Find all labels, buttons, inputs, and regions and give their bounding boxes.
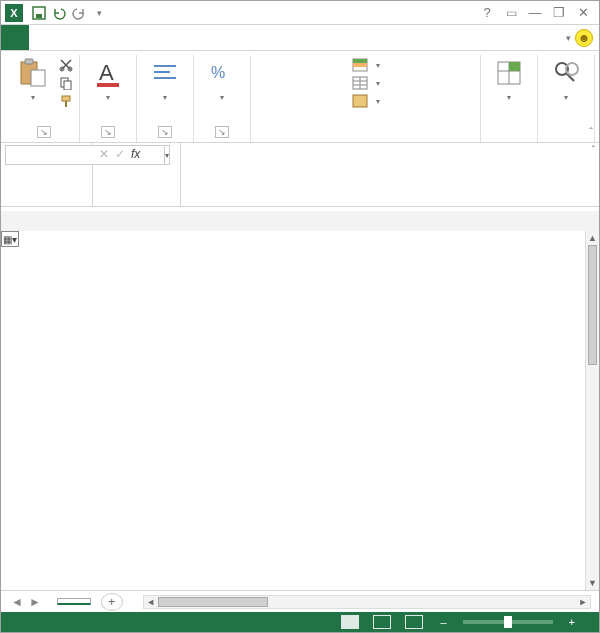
save-icon[interactable] — [29, 3, 49, 23]
cut-button[interactable] — [59, 57, 73, 73]
tab-file[interactable] — [1, 25, 29, 50]
group-number: % ▾ ↘ — [194, 55, 251, 142]
alignment-dialog-launcher[interactable]: ↘ — [158, 126, 172, 138]
feedback-icon[interactable]: ☻ — [575, 29, 593, 47]
svg-rect-4 — [31, 70, 45, 86]
zoom-in-button[interactable]: + — [565, 616, 579, 628]
group-editing: ▾ — [538, 55, 595, 142]
accept-formula-icon[interactable]: ✓ — [115, 147, 125, 161]
fx-icon[interactable]: fx — [131, 147, 140, 161]
format-painter-button[interactable] — [59, 93, 73, 109]
view-normal-icon[interactable] — [341, 615, 359, 629]
clipboard-dialog-launcher[interactable]: ↘ — [37, 126, 51, 138]
expand-formula-bar-icon[interactable]: ˆ — [592, 145, 595, 156]
title-bar: X ▾ ? ▭ — ❐ ✕ — [1, 1, 599, 25]
group-font: A ▾ ↘ — [80, 55, 137, 142]
sheet-nav-next-icon[interactable]: ► — [29, 595, 41, 609]
font-button[interactable]: A ▾ — [86, 55, 130, 104]
spreadsheet-grid: ▦▾ ▲ ▼ — [1, 211, 599, 590]
qat-customize-icon[interactable]: ▾ — [89, 3, 109, 23]
undo-icon[interactable] — [49, 3, 69, 23]
vertical-scrollbar[interactable]: ▲ ▼ — [585, 231, 599, 590]
paste-button[interactable]: ▾ — [11, 55, 55, 104]
svg-rect-28 — [509, 62, 520, 71]
autofill-options-icon[interactable]: ▦▾ — [1, 231, 19, 247]
svg-rect-18 — [353, 59, 367, 63]
svg-rect-12 — [97, 83, 119, 87]
vscroll-thumb[interactable] — [588, 245, 597, 365]
horizontal-scrollbar[interactable]: ◄ ► — [143, 595, 591, 609]
close-icon[interactable]: ✕ — [571, 3, 595, 23]
number-dialog-launcher[interactable]: ↘ — [215, 126, 229, 138]
conditional-formatting-button[interactable]: ▾ — [352, 57, 380, 73]
scroll-up-icon[interactable]: ▲ — [586, 231, 599, 245]
ribbon: ▾ ↘ A ▾ ↘ ▾ ↘ — [1, 51, 599, 143]
editing-button[interactable]: ▾ — [544, 55, 588, 104]
ribbon-tabs: ▾ ☻ — [1, 25, 599, 51]
formula-input[interactable]: ˆ — [181, 143, 599, 206]
svg-rect-8 — [64, 81, 71, 90]
hscroll-thumb[interactable] — [158, 597, 268, 607]
cancel-formula-icon[interactable]: ✕ — [99, 147, 109, 161]
sheet-tab-bar: ◄ ► + ◄ ► — [1, 590, 599, 612]
sheet-tab-sheet1[interactable] — [57, 598, 91, 605]
copy-button[interactable] — [59, 75, 73, 91]
zoom-slider[interactable] — [463, 620, 553, 624]
svg-rect-19 — [353, 63, 367, 67]
excel-logo: X — [5, 4, 23, 22]
collapse-ribbon-icon[interactable]: ˆ — [589, 126, 593, 138]
group-alignment: ▾ ↘ — [137, 55, 194, 142]
restore-icon[interactable]: ❐ — [547, 3, 571, 23]
group-cells: ▾ — [481, 55, 538, 142]
svg-rect-1 — [36, 14, 42, 18]
scroll-left-icon[interactable]: ◄ — [144, 596, 158, 608]
cells-button[interactable]: ▾ — [487, 55, 531, 104]
view-page-break-icon[interactable] — [405, 615, 423, 629]
svg-text:A: A — [99, 60, 114, 85]
number-button[interactable]: % ▾ — [200, 55, 244, 104]
zoom-out-button[interactable]: – — [436, 616, 450, 628]
help-icon[interactable]: ? — [475, 3, 499, 23]
alignment-button[interactable]: ▾ — [143, 55, 187, 104]
svg-rect-9 — [62, 96, 70, 101]
scroll-down-icon[interactable]: ▼ — [586, 576, 599, 590]
svg-rect-10 — [65, 101, 67, 107]
status-bar: – + — [1, 612, 599, 632]
font-dialog-launcher[interactable]: ↘ — [101, 126, 115, 138]
scroll-right-icon[interactable]: ► — [576, 596, 590, 608]
minimize-icon[interactable]: — — [523, 3, 547, 23]
format-as-table-button[interactable]: ▾ — [352, 75, 380, 91]
sheet-nav-prev-icon[interactable]: ◄ — [11, 595, 23, 609]
view-page-layout-icon[interactable] — [373, 615, 391, 629]
formula-bar: ▾ ✕ ✓ fx ˆ — [1, 143, 599, 207]
ribbon-display-icon[interactable]: ▭ — [499, 3, 523, 23]
add-sheet-button[interactable]: + — [101, 593, 123, 611]
name-box[interactable]: ▾ — [1, 143, 93, 206]
svg-text:%: % — [211, 64, 225, 81]
group-clipboard: ▾ ↘ — [5, 55, 80, 142]
cell-styles-button[interactable]: ▾ — [352, 93, 380, 109]
svg-rect-24 — [353, 95, 367, 107]
group-styles: ▾ ▾ ▾ — [251, 55, 481, 142]
svg-rect-3 — [25, 59, 33, 64]
redo-icon[interactable] — [69, 3, 89, 23]
